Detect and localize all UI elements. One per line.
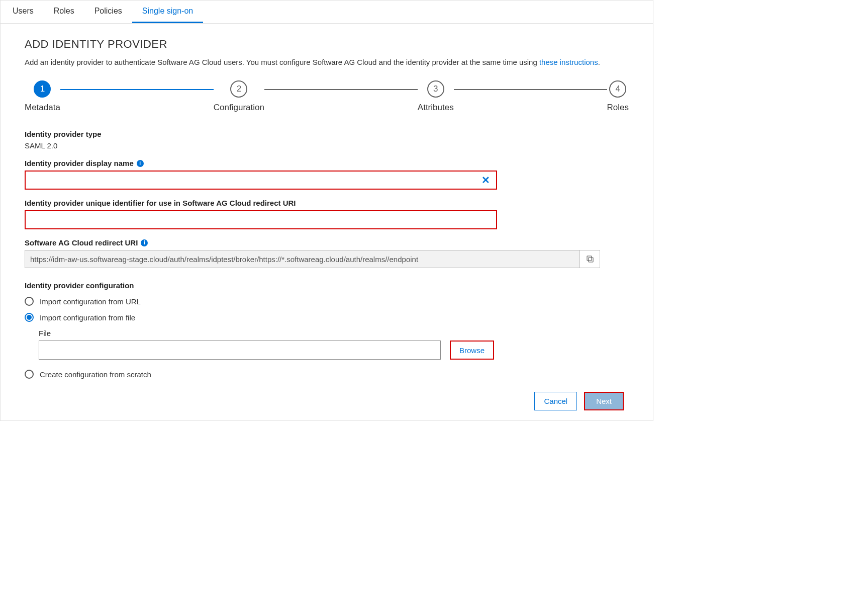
radio-import-file[interactable]: Import configuration from file [25,313,629,322]
file-label: File [39,329,629,337]
radio-label: Create configuration from scratch [40,370,151,379]
step-number: 1 [34,80,51,98]
provider-type-label: Identity provider type [25,130,629,138]
cancel-button[interactable]: Cancel [534,392,577,410]
provider-type-value: SAML 2.0 [25,141,629,150]
info-icon[interactable]: i [137,160,144,167]
clear-icon[interactable]: ✕ [479,174,492,186]
unique-id-input[interactable] [30,216,492,224]
intro-suffix: . [598,58,600,66]
next-button[interactable]: Next [584,392,624,410]
step-label: Metadata [25,103,60,113]
step-connector [264,89,418,90]
unique-id-field-wrapper [25,210,497,229]
intro-text-body: Add an identity provider to authenticate… [25,58,539,66]
page-title: ADD IDENTITY PROVIDER [25,38,629,51]
display-name-input[interactable] [30,176,479,185]
step-connector [60,89,214,90]
redirect-uri-value: https://idm-aw-us.softwareag-stage.cloud… [25,250,580,268]
instructions-link[interactable]: these instructions [539,58,598,66]
copy-button[interactable] [580,250,600,268]
tab-policies[interactable]: Policies [84,1,132,23]
wizard-stepper: 1 Metadata 2 Configuration 3 Attributes … [25,80,629,113]
browse-button[interactable]: Browse [450,341,494,360]
tab-single-sign-on[interactable]: Single sign-on [132,1,203,23]
intro-text: Add an identity provider to authenticate… [25,58,629,66]
radio-icon [25,313,34,322]
radio-label: Import configuration from file [40,313,135,322]
radio-icon [25,297,34,306]
step-roles[interactable]: 4 Roles [607,80,629,113]
step-label: Configuration [214,103,264,113]
tab-bar: Users Roles Policies Single sign-on [1,1,653,24]
redirect-uri-label: Software AG Cloud redirect URI [25,238,138,247]
display-name-label: Identity provider display name [25,159,134,167]
tab-roles[interactable]: Roles [44,1,84,23]
step-metadata[interactable]: 1 Metadata [25,80,60,113]
info-icon[interactable]: i [141,239,148,246]
tab-users[interactable]: Users [3,1,44,23]
radio-create-scratch[interactable]: Create configuration from scratch [25,370,629,379]
step-number: 2 [230,80,247,98]
step-label: Roles [607,103,629,113]
config-section-label: Identity provider configuration [25,281,629,290]
step-number: 4 [609,80,626,98]
radio-import-url[interactable]: Import configuration from URL [25,297,629,306]
copy-icon [586,254,595,264]
step-configuration[interactable]: 2 Configuration [214,80,264,113]
step-number: 3 [427,80,444,98]
radio-label: Import configuration from URL [40,297,141,306]
svg-rect-1 [587,256,592,261]
svg-rect-0 [589,258,593,262]
display-name-field-wrapper: ✕ [25,171,497,190]
step-attributes[interactable]: 3 Attributes [418,80,454,113]
unique-id-label: Identity provider unique identifier for … [25,199,629,207]
radio-icon [25,370,34,379]
step-label: Attributes [418,103,454,113]
step-connector [454,89,607,90]
file-path-input[interactable] [39,341,441,360]
